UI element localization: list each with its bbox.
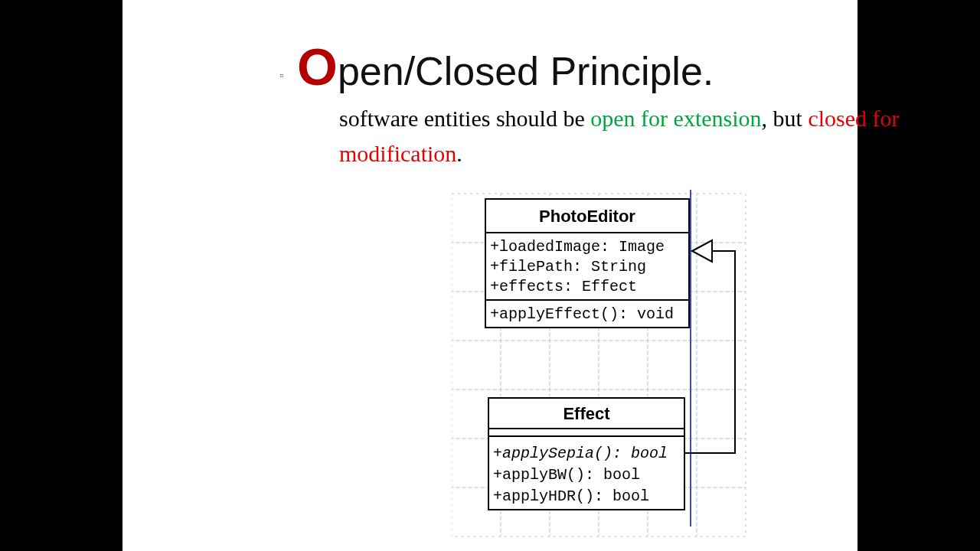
svg-rect-29 — [697, 390, 746, 439]
svg-rect-23 — [697, 341, 746, 390]
def-part1: software entities should be — [339, 106, 590, 131]
svg-rect-17 — [697, 292, 746, 341]
slide-title: Open/Closed Principle. — [297, 37, 714, 96]
svg-rect-35 — [697, 439, 746, 487]
class-photoeditor: PhotoEditor +loadedImage: Image +filePat… — [485, 199, 689, 328]
title-rest: pen/Closed Principle. — [338, 49, 714, 93]
class-effect: Effect +applySepia(): bool +applyBW(): b… — [488, 398, 684, 510]
effect-op-0: +applySepia(): bool — [493, 445, 668, 462]
svg-rect-22 — [648, 341, 697, 390]
pe-attr-1: +filePath: String — [490, 258, 646, 276]
effect-op-2: +applyHDR(): bool — [493, 487, 649, 505]
svg-rect-19 — [501, 341, 550, 390]
effect-name: Effect — [563, 404, 610, 423]
pe-attr-0: +loadedImage: Image — [490, 238, 665, 256]
pe-op-0: +applyEffect(): void — [490, 305, 674, 323]
svg-rect-18 — [452, 341, 501, 390]
svg-marker-48 — [692, 240, 712, 262]
photoeditor-name: PhotoEditor — [539, 207, 635, 226]
svg-rect-5 — [697, 194, 746, 243]
def-part3: . — [456, 141, 462, 166]
svg-rect-20 — [550, 341, 599, 390]
def-green: open for extension — [590, 106, 761, 131]
svg-rect-41 — [697, 487, 746, 536]
pe-attr-2: +effects: Effect — [490, 278, 637, 295]
slide: ▫ Open/Closed Principle. software entiti… — [122, 0, 858, 551]
association-arrow — [684, 240, 735, 453]
definition-text: software entities should be open for ext… — [339, 101, 952, 171]
title-accent-letter: O — [297, 37, 338, 96]
def-part2: , but — [762, 106, 808, 131]
effect-op-1: +applyBW(): bool — [493, 466, 640, 484]
svg-rect-21 — [599, 341, 648, 390]
uml-diagram: PhotoEditor +loadedImage: Image +filePat… — [452, 190, 781, 551]
bullet-glyph: ▫ — [279, 69, 283, 81]
